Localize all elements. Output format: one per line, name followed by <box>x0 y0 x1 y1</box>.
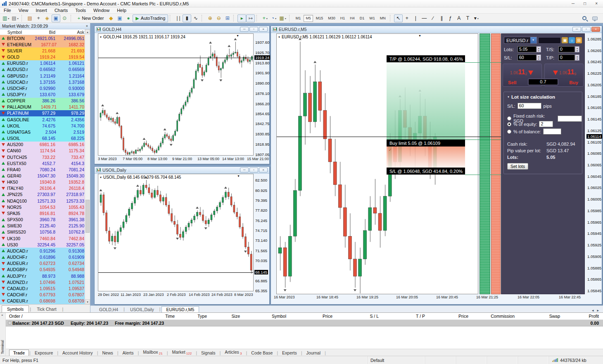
column-symbol[interactable]: Symbol <box>0 30 29 35</box>
autotrading-button[interactable]: ▶AutoTrading <box>133 14 168 22</box>
vertical-line-button[interactable]: | <box>411 14 420 22</box>
market-watch-row-audchf-r[interactable]: AUDCHF.r0.618960.61909 <box>0 254 90 260</box>
market-watch-row-eurusd-r[interactable]: EURUSD.r1.061141.06121 <box>0 60 90 66</box>
close-icon[interactable]: × <box>595 1 598 6</box>
indicators-button[interactable]: +▾ <box>261 14 269 22</box>
lots-stepper[interactable]: ▲▼ <box>537 46 541 52</box>
terminal-column-order[interactable]: Order / <box>6 314 144 319</box>
terminal-column-s-l[interactable]: S / L <box>335 314 381 319</box>
terminal-toggle-button[interactable]: ▣ <box>52 14 60 22</box>
market-watch-row-usdchf-r[interactable]: USDCHF.r0.929900.93000 <box>0 85 90 91</box>
text-label-button[interactable]: T <box>463 14 472 22</box>
market-watch-row-fra40[interactable]: FRA407080.247081.24 <box>0 166 90 173</box>
stop-loss-stepper[interactable]: ▲▼ <box>537 54 541 61</box>
market-watch-row-swiss20[interactable]: SWISS2010756.810762.8 <box>0 229 90 235</box>
terminal-tab-account-history[interactable]: Account History <box>59 350 97 356</box>
horizontal-line-button[interactable]: — <box>420 14 429 22</box>
radio-selected-icon[interactable] <box>507 122 511 126</box>
strategy-tester-button[interactable]: ⊙ <box>60 14 69 22</box>
take-profit-input[interactable]: 0 <box>558 54 575 61</box>
market-watch-row-jpn225[interactable]: JPN22527303.9727318.97 <box>0 191 90 198</box>
community-button[interactable]: ● <box>124 14 133 22</box>
chart-ohlc-header[interactable]: ▼USOIL,Daily 68.145 69.379 65.704 68.145 <box>100 175 181 180</box>
terminal-tab-signals[interactable]: Signals <box>197 350 219 356</box>
chevron-down-icon[interactable]: ▼ <box>530 37 537 43</box>
chart-shift-button[interactable]: ↦ <box>246 14 255 22</box>
new-order-button[interactable]: +New Order <box>75 14 107 22</box>
terminal-tab-experts[interactable]: Experts <box>278 350 301 356</box>
minimize-icon[interactable]: ─ <box>572 1 575 6</box>
terminal-column-price[interactable]: Price <box>427 314 471 319</box>
fibonacci-button[interactable]: ƒ <box>446 14 455 22</box>
buy-limit-label[interactable]: Buy limit 5.05 @ 1.06109 <box>387 139 465 147</box>
minimize-icon[interactable]: ─ <box>572 27 581 32</box>
bar-chart-button[interactable]: ∣∣ <box>174 14 183 22</box>
terminal-tab-exposure[interactable]: Exposure <box>31 350 57 356</box>
cursor-button[interactable]: ↖ <box>394 14 403 22</box>
market-watch-row-audusd-r[interactable]: AUDUSD.r0.665620.66569 <box>0 66 90 73</box>
terminal-tab-journal[interactable]: Journal <box>303 350 324 356</box>
profiles-button[interactable]: ▤▾ <box>10 14 19 22</box>
market-watch-row-copper[interactable]: COPPER386.26386.56 <box>0 98 90 104</box>
crosshair-button[interactable]: + <box>403 14 411 22</box>
scroll-right-icon[interactable]: ▸ <box>597 308 599 312</box>
market-watch-row-audgbp-r[interactable]: AUDGBP.r0.549350.54948 <box>0 267 90 273</box>
profile-cell[interactable]: Default <box>367 356 425 364</box>
terminal-tab-alerts[interactable]: Alerts <box>119 350 138 356</box>
timeframe-m1[interactable]: M1 <box>294 15 303 22</box>
radio-icon[interactable] <box>507 130 511 134</box>
chart-ohlc-header[interactable]: ▼EURUSD.r,M5 1.06121 1.06129 1.06112 1.0… <box>278 35 372 39</box>
scroll-down-icon[interactable]: ▼ <box>85 299 90 304</box>
scroll-left-icon[interactable]: ◂ <box>592 308 594 312</box>
trailing-stop-input[interactable]: 0 <box>558 46 575 52</box>
data-window-button[interactable]: + <box>34 14 43 22</box>
market-watch-row-palladium[interactable]: PALLADIUM1409.711411.70 <box>0 104 90 110</box>
market-watch-row-ger40[interactable]: GER4015047.3015049.30 <box>0 173 90 179</box>
market-watch-row-bitcoin[interactable]: BITCOIN24921.05124996.051 <box>0 35 90 41</box>
set-lots-button[interactable]: Set lots <box>507 163 528 170</box>
market-watch-row-aus200[interactable]: AUS2006981.166985.16 <box>0 142 90 148</box>
minimize-icon[interactable]: ─ <box>240 27 249 32</box>
risk-option-input[interactable] <box>543 128 561 135</box>
tp-line[interactable] <box>465 62 501 63</box>
menu-window[interactable]: Window <box>90 7 113 14</box>
chat-icon[interactable] <box>592 17 598 20</box>
scroll-up-icon[interactable]: ▲ <box>85 29 90 34</box>
market-watch-row-audcad-r[interactable]: AUDCAD.r0.912960.91308 <box>0 248 90 254</box>
grid-icon[interactable]: ⊞ <box>576 37 582 43</box>
terminal-column-type[interactable]: Type <box>177 314 209 319</box>
close-icon[interactable]: × <box>259 168 268 173</box>
menu-view[interactable]: View <box>15 7 32 14</box>
chart-window-titlebar[interactable]: USOIL,Daily ─ ▫ × <box>95 167 269 174</box>
terminal-column-price[interactable]: Price <box>289 314 335 319</box>
timeframe-h4[interactable]: H4 <box>348 15 357 22</box>
terminal-column-profit[interactable]: Profit <box>563 314 603 319</box>
menu-help[interactable]: Help <box>113 7 130 14</box>
close-icon[interactable]: × <box>591 27 600 32</box>
take-profit-stepper[interactable]: ▲▼ <box>575 54 579 61</box>
timeframe-d1[interactable]: D1 <box>358 15 367 22</box>
lots-input[interactable]: 5.05 <box>518 46 537 52</box>
stop-loss-input[interactable]: 60 <box>518 54 537 61</box>
terminal-column-swap[interactable]: Swap <box>517 314 563 319</box>
market-watch-row-ukoil[interactable]: UKOIL74.67574.700 <box>0 123 90 129</box>
terminal-column-size[interactable]: Size <box>209 314 242 319</box>
timeframe-h1[interactable]: H1 <box>338 15 347 22</box>
metaeditor-button[interactable]: ◆ <box>107 14 115 22</box>
market-watch-row-can60[interactable]: CAN601174.541175.34 <box>0 148 90 154</box>
restore-icon[interactable]: ▫ <box>582 27 591 32</box>
chart-ohlc-header[interactable]: ▼GOLD,H4 1916.25 1921.11 1916.17 1919.24 <box>100 35 185 39</box>
timeframe-m5[interactable]: M5 <box>304 15 313 22</box>
equidistant-channel-button[interactable]: ∥ <box>437 14 446 22</box>
market-watch-row-gbpusd-r[interactable]: GBPUSD.r1.211491.21164 <box>0 73 90 79</box>
market-watch-row-italy40[interactable]: ITALY4026106.426118.4 <box>0 185 90 191</box>
market-watch-row-gasoline[interactable]: GASOLINE2.42762.4356 <box>0 116 90 123</box>
risk-option-input[interactable] <box>558 116 582 122</box>
market-watch-row-cadaud-r[interactable]: CADAUD.r1.095151.09537 <box>0 285 90 291</box>
market-watch-row-hk50[interactable]: HK5019340.819352.8 <box>0 179 90 185</box>
minimize-icon[interactable]: ─ <box>240 168 249 173</box>
sl-pips-input[interactable]: 60 <box>518 103 541 109</box>
navigator-button[interactable]: ◈ <box>43 14 52 22</box>
restore-icon[interactable]: ▫ <box>249 168 258 173</box>
market-watch-row-usnatgas[interactable]: USNATGAS2.5042.519 <box>0 129 90 135</box>
